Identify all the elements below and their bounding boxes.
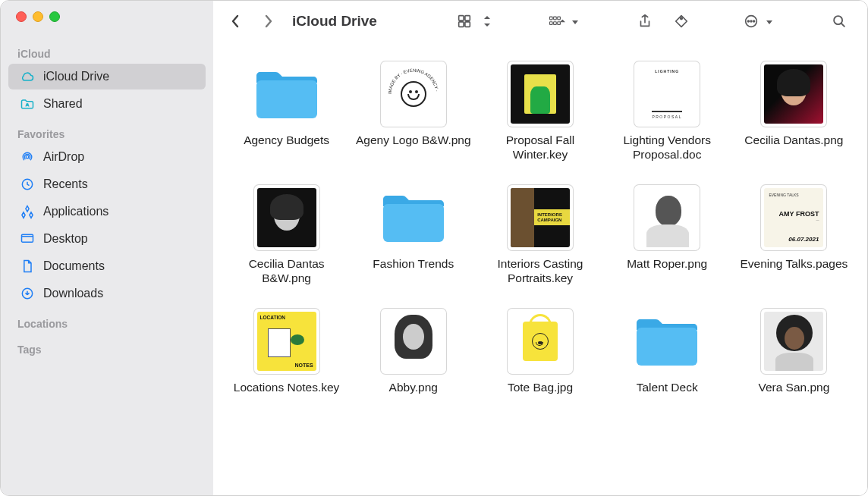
file-label: Cecilia Dantas B&W.png [227,256,346,286]
file-thumbnail [761,61,826,127]
sidebar-item-applications[interactable]: Applications [8,199,206,224]
apps-icon [19,203,36,220]
svg-rect-13 [554,22,557,25]
svg-text:IMAGE BY · EVENING AGENCY ·: IMAGE BY · EVENING AGENCY · [388,68,439,94]
sidebar-section-favorites: Favorites [1,118,213,143]
file-item[interactable]: Matt Roper.png [608,185,727,286]
finder-window: iCloud iCloud Drive Shared Favorites Air… [0,0,868,496]
window-title: iCloud Drive [292,13,377,30]
view-options-button[interactable] [479,10,502,33]
file-item[interactable]: Proposal Fall Winter.key [480,61,599,162]
sidebar-item-label: Shared [43,97,83,111]
file-item[interactable]: Vera San.png [734,309,854,394]
clock-icon [19,176,36,193]
svg-rect-7 [459,22,464,27]
forward-button[interactable] [256,10,280,33]
sidebar-item-documents[interactable]: Documents [8,253,206,279]
svg-rect-10 [554,17,557,20]
file-item[interactable]: Fashion Trends [354,185,473,286]
sidebar-item-label: Recents [43,177,88,191]
fullscreen-window-button[interactable] [49,11,60,22]
svg-rect-9 [549,17,552,20]
file-item[interactable]: INTERIORS CAMPAIGN Interiors Casting Por… [480,185,599,286]
file-label: Matt Roper.png [627,256,707,271]
svg-point-20 [834,16,842,24]
sidebar-item-icloud-drive[interactable]: iCloud Drive [8,64,206,89]
folder-icon [377,185,450,250]
sidebar-item-downloads[interactable]: Downloads [8,281,206,306]
sidebar-item-label: Applications [43,205,108,218]
svg-rect-3 [22,234,33,242]
file-label: Evening Talks.pages [740,256,848,271]
file-thumbnail [254,185,319,250]
content-pane: iCloud Drive [213,1,867,495]
file-grid-scroll[interactable]: Agency Budgets IMAGE BY · EVENING AGENCY… [213,42,867,495]
file-label: Locations Notes.key [234,380,340,394]
file-thumbnail: LIGHTING PROPOSAL [634,61,700,127]
file-item[interactable]: Cecilia Dantas.png [734,61,854,162]
airdrop-icon [19,149,36,165]
sidebar-section-locations: Locations [1,307,213,333]
sidebar-item-label: Documents [43,259,105,273]
file-thumbnail: INTERIORS CAMPAIGN [508,185,573,250]
svg-rect-12 [549,22,552,25]
sidebar-item-desktop[interactable]: Desktop [8,226,206,252]
file-thumbnail: EVENING TALKS AMY FROST — 06.07.2021 [761,185,826,250]
svg-rect-24 [637,328,697,366]
search-button[interactable] [825,10,854,33]
svg-point-15 [681,17,683,20]
back-button[interactable] [224,10,248,33]
file-item[interactable]: Agency Budgets [227,61,346,162]
group-by-button[interactable] [542,10,590,33]
view-as-icons-button[interactable] [450,10,479,33]
file-item[interactable]: Cecilia Dantas B&W.png [227,185,346,286]
file-item[interactable]: EVENING TALKS AMY FROST — 06.07.2021 Eve… [734,185,854,286]
file-label: Interiors Casting Portraits.key [480,256,599,286]
sidebar-item-airdrop[interactable]: AirDrop [8,144,206,170]
sidebar-item-label: AirDrop [43,150,84,164]
sidebar-item-label: Desktop [43,232,88,246]
svg-point-17 [747,20,749,22]
svg-rect-21 [256,80,317,118]
view-controls [450,10,502,33]
svg-point-19 [753,20,755,22]
svg-rect-11 [558,17,561,20]
sidebar-item-recents[interactable]: Recents [8,171,206,197]
more-actions-button[interactable] [737,10,784,33]
file-thumbnail [508,61,573,127]
file-item[interactable]: IMAGE BY · EVENING AGENCY · Ageny Logo B… [354,61,473,162]
doc-icon [19,258,36,275]
folder-icon [250,61,323,127]
svg-point-1 [26,155,29,159]
file-item[interactable]: Abby.png [354,309,473,394]
svg-rect-6 [465,16,470,20]
close-window-button[interactable] [16,11,27,22]
file-label: Tote Bag.jpg [508,380,573,394]
svg-rect-5 [459,16,464,20]
toolbar: iCloud Drive [213,1,867,42]
sidebar-item-shared[interactable]: Shared [8,91,206,117]
tag-button[interactable] [667,10,696,33]
file-item[interactable]: Talent Deck [608,309,727,394]
download-icon [19,285,36,302]
file-label: Ageny Logo B&W.png [356,133,471,147]
file-grid: Agency Budgets IMAGE BY · EVENING AGENCY… [227,61,854,394]
file-label: Proposal Fall Winter.key [480,133,599,162]
file-item[interactable]: LIGHTING PROPOSAL Lighting Vendors Propo… [608,61,727,162]
file-thumbnail [508,309,573,374]
file-item[interactable]: LOCATION NOTES Locations Notes.key [227,309,346,394]
file-label: Vera San.png [758,380,829,394]
sidebar-section-tags: Tags [1,333,213,359]
sidebar-section-icloud: iCloud [1,37,213,63]
file-item[interactable]: Tote Bag.jpg [480,309,599,394]
minimize-window-button[interactable] [33,11,43,22]
file-thumbnail: IMAGE BY · EVENING AGENCY · [381,61,446,127]
share-button[interactable] [631,10,659,33]
file-label: Talent Deck [637,380,698,394]
file-thumbnail [761,309,826,374]
svg-rect-23 [383,204,444,242]
svg-point-18 [750,20,752,22]
file-label: Agency Budgets [244,133,329,147]
file-thumbnail [381,309,446,374]
shared-folder-icon [19,96,36,112]
